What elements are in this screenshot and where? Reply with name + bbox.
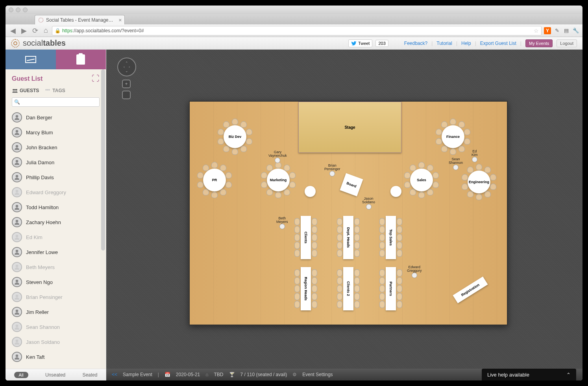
chair[interactable]	[223, 146, 229, 152]
chair[interactable]	[404, 172, 410, 178]
chair[interactable]	[379, 242, 385, 249]
chair[interactable]	[379, 277, 385, 284]
tweet-button[interactable]: Tweet	[348, 39, 372, 47]
guest-row[interactable]: Jim Reller	[12, 304, 103, 319]
my-events-button[interactable]: My Events	[525, 39, 553, 47]
address-bar[interactable]: 🔒 https ://app.socialtables.com/?event=0…	[52, 26, 542, 35]
nav-home-button[interactable]: ⌂	[42, 26, 50, 35]
chair[interactable]	[220, 189, 226, 195]
chair[interactable]	[312, 242, 317, 249]
chair[interactable]	[284, 165, 290, 171]
chair[interactable]	[294, 269, 300, 277]
chair[interactable]	[312, 226, 317, 233]
chair[interactable]	[397, 285, 402, 292]
chair[interactable]	[397, 301, 402, 308]
chair[interactable]	[220, 165, 226, 171]
guest-row[interactable]: Todd Hamilton	[12, 200, 103, 215]
guest-search-input[interactable]	[12, 97, 100, 107]
chair[interactable]	[467, 191, 473, 197]
window-zoom-icon[interactable]	[23, 7, 28, 12]
chair[interactable]	[266, 189, 273, 195]
chair[interactable]	[427, 189, 433, 195]
round-table[interactable]: Biz Dev	[224, 125, 246, 148]
guest-row[interactable]: Edward Greggory	[12, 185, 103, 200]
chair[interactable]	[410, 189, 416, 195]
chair[interactable]	[337, 226, 342, 233]
chair[interactable]	[354, 269, 360, 277]
guest-row[interactable]: Jason Soldano	[12, 334, 103, 349]
rect-table[interactable]: Dept. Heads	[343, 216, 353, 259]
round-table[interactable]: Engineering	[468, 171, 490, 193]
chair[interactable]	[337, 250, 342, 257]
chair[interactable]	[261, 172, 267, 178]
chair[interactable]	[404, 182, 410, 188]
gear-icon[interactable]: ⚙	[292, 372, 297, 377]
filter-seated[interactable]: Seated	[82, 372, 97, 378]
chair[interactable]	[354, 301, 360, 308]
chair[interactable]	[436, 129, 442, 135]
chair[interactable]	[266, 165, 273, 171]
extension-grid-icon[interactable]: ▤	[563, 27, 570, 34]
chair[interactable]	[441, 146, 447, 152]
chair[interactable]	[337, 301, 342, 308]
tutorial-link[interactable]: Tutorial	[436, 41, 452, 46]
chair[interactable]	[462, 174, 468, 180]
pan-control[interactable]: ⌃ ‹› ⌄	[117, 58, 136, 76]
chair[interactable]	[203, 189, 209, 195]
chair[interactable]	[379, 218, 385, 225]
browser-tab[interactable]: Social Tables - Event Manage… ×	[35, 15, 125, 24]
small-table-2[interactable]	[390, 186, 401, 197]
window-close-icon[interactable]	[9, 7, 13, 12]
chair[interactable]	[294, 226, 300, 233]
nav-reload-button[interactable]: ⟳	[31, 26, 40, 35]
guest-row[interactable]: Brian Pensinger	[12, 290, 103, 304]
chair[interactable]	[354, 242, 360, 249]
chair[interactable]	[312, 293, 317, 300]
chair[interactable]	[354, 293, 360, 300]
chair[interactable]	[379, 250, 385, 257]
chair[interactable]	[211, 162, 218, 168]
chair[interactable]	[337, 293, 342, 300]
export-guest-list-link[interactable]: Export Guest List	[480, 41, 516, 46]
chair[interactable]	[490, 174, 496, 180]
chair[interactable]	[379, 226, 385, 233]
floor-plan[interactable]: Stage Board Registration Biz DevFinanceP…	[189, 101, 508, 325]
chair[interactable]	[379, 293, 385, 300]
chair[interactable]	[337, 269, 342, 277]
chair[interactable]	[211, 192, 218, 198]
chair[interactable]	[427, 165, 433, 171]
guest-row[interactable]: Zachary Hoehn	[12, 215, 103, 230]
guest-row[interactable]: Sean Shannon	[12, 319, 103, 334]
chair[interactable]	[226, 172, 232, 178]
guest-list[interactable]: Dan BergerMarcy BlumJohn BrackenJulia Da…	[6, 110, 106, 369]
chair[interactable]	[433, 172, 439, 178]
chair[interactable]	[232, 148, 238, 155]
chair[interactable]	[354, 226, 360, 233]
chair[interactable]	[294, 250, 300, 257]
chair[interactable]	[312, 301, 317, 308]
chair[interactable]	[284, 189, 290, 195]
chair[interactable]	[467, 167, 473, 173]
chair[interactable]	[203, 165, 209, 171]
mode-tab-floorplan[interactable]	[6, 50, 56, 69]
logout-button[interactable]: Logout	[557, 39, 577, 47]
chair[interactable]	[294, 234, 300, 241]
chair[interactable]	[397, 250, 402, 257]
chair[interactable]	[436, 138, 442, 145]
guest-row[interactable]: Beth Meyers	[12, 260, 103, 275]
rect-table[interactable]: Partners	[386, 267, 396, 310]
rect-table[interactable]: Top Sales	[386, 216, 396, 259]
table-registration[interactable]: Registration	[453, 277, 488, 303]
round-table[interactable]: Marketing	[267, 169, 290, 191]
rect-table[interactable]: Clients 2	[343, 267, 353, 310]
chair[interactable]	[410, 165, 416, 171]
extension-eyedropper-icon[interactable]: ✎	[553, 27, 560, 34]
guest-row[interactable]: Steven Ngo	[12, 275, 103, 290]
expand-icon[interactable]: ⛶	[92, 74, 100, 83]
chair[interactable]	[289, 172, 296, 178]
canvas-area[interactable]: ⌃ ‹› ⌄ + Stage Board	[106, 50, 582, 380]
chair[interactable]	[240, 121, 247, 128]
chair[interactable]	[397, 277, 402, 284]
chair[interactable]	[312, 285, 317, 292]
chair[interactable]	[462, 184, 468, 190]
